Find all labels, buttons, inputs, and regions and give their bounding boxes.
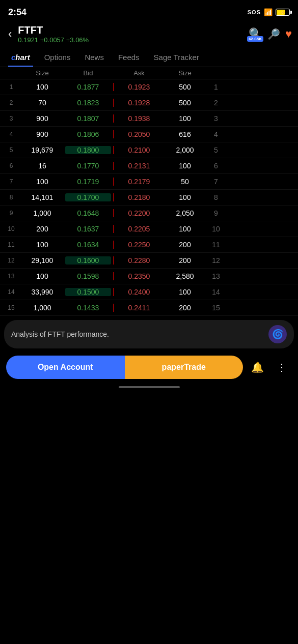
lightning-icon: ⚡: [280, 10, 286, 15]
table-row[interactable]: 9 1,000 0.1648 0.2200 2,050 9: [0, 206, 298, 221]
row-number-left: 12: [3, 257, 19, 264]
table-row[interactable]: 12 29,100 0.1600 0.2280 200 12: [0, 253, 298, 269]
back-button[interactable]: ‹: [6, 25, 14, 43]
tab-sage-tracker[interactable]: Sage Tracker: [147, 48, 206, 67]
ticker-price: 0.1921 +0.0057 +3.06%: [18, 36, 245, 44]
row-number-right: 2: [208, 99, 224, 107]
header-icons: 🔍 62.65K 🔎 ♥: [249, 27, 292, 41]
ask-price: 0.2350: [116, 272, 162, 280]
tab-options[interactable]: Options: [37, 48, 78, 67]
table-row[interactable]: 5 19,679 0.1800 0.2100 2,000 5: [0, 142, 298, 158]
ask-size: 2,580: [162, 272, 208, 280]
row-number-left: 7: [3, 178, 19, 185]
table-row[interactable]: 3 900 0.1807 0.1938 100 3: [0, 111, 298, 127]
magnify-icon[interactable]: 🔎: [267, 28, 280, 40]
center-divider: [113, 304, 114, 312]
home-indicator: [0, 383, 298, 393]
ticker-info: FTFT 0.1921 +0.0057 +3.06%: [18, 24, 245, 44]
bid-price: 0.1800: [65, 146, 111, 154]
analysis-bar: Analysis of FTFT performance. 🌀: [4, 320, 294, 348]
bid-size: 70: [19, 99, 65, 107]
col-size-right: Size: [162, 69, 208, 77]
status-icons: SOS 📶 ⚡: [248, 8, 290, 16]
table-row[interactable]: 11 100 0.1634 0.2250 200 11: [0, 237, 298, 253]
row-number-left: 10: [3, 225, 19, 232]
center-divider: [113, 146, 114, 154]
notification-button[interactable]: 🔔: [247, 357, 267, 377]
more-options-button[interactable]: ⋮: [272, 357, 292, 377]
col-bid: Bid: [65, 69, 111, 77]
row-number-left: 15: [3, 304, 19, 311]
table-row[interactable]: 1 100 0.1877 0.1923 500 1: [0, 79, 298, 95]
open-account-button[interactable]: Open Account: [6, 356, 125, 379]
row-number-left: 11: [3, 241, 19, 248]
bid-price: 0.1877: [65, 83, 111, 91]
row-number-left: 2: [3, 99, 19, 106]
col-ask: Ask: [116, 69, 162, 77]
ask-price: 0.2411: [116, 304, 162, 312]
center-divider: [113, 99, 114, 107]
col-size-left: Size: [19, 69, 65, 77]
search-with-badge[interactable]: 🔍 62.65K: [249, 27, 262, 41]
tab-feeds[interactable]: Feeds: [111, 48, 147, 67]
order-book-rows: 1 100 0.1877 0.1923 500 1 2 70 0.1823 0.…: [0, 79, 298, 316]
bid-size: 900: [19, 130, 65, 138]
ask-size: 200: [162, 256, 208, 265]
table-row[interactable]: 8 14,101 0.1700 0.2180 100 8: [0, 190, 298, 206]
ask-size: 100: [162, 114, 208, 123]
ask-price: 0.1928: [116, 99, 162, 107]
row-number-left: 3: [3, 115, 19, 122]
nav-tabs: chart Options News Feeds Sage Tracker: [0, 48, 298, 67]
table-row[interactable]: 4 900 0.1806 0.2050 616 4: [0, 127, 298, 142]
row-number-right: 14: [208, 288, 224, 296]
ask-size: 616: [162, 130, 208, 138]
bid-price: 0.1719: [65, 178, 111, 186]
row-number-right: 4: [208, 130, 224, 138]
paper-trade-button[interactable]: paperTrade: [125, 356, 243, 379]
center-divider: [113, 162, 114, 170]
bid-size: 1,000: [19, 209, 65, 217]
table-row[interactable]: 14 33,990 0.1500 0.2400 100 14: [0, 284, 298, 300]
row-number-left: 1: [3, 83, 19, 91]
row-number-right: 12: [208, 256, 224, 265]
ask-price: 0.2100: [116, 146, 162, 154]
bid-size: 100: [19, 241, 65, 249]
ask-price: 0.2180: [116, 193, 162, 201]
center-divider: [113, 288, 114, 296]
row-number-right: 5: [208, 146, 224, 154]
wifi-icon: 📶: [264, 8, 273, 16]
ask-size: 100: [162, 288, 208, 296]
bid-price: 0.1598: [65, 272, 111, 280]
table-row[interactable]: 6 16 0.1770 0.2131 100 6: [0, 158, 298, 174]
row-number-right: 15: [208, 304, 224, 312]
account-trade-buttons: Open Account paperTrade: [6, 356, 243, 379]
table-row[interactable]: 2 70 0.1823 0.1928 500 2: [0, 95, 298, 111]
tab-chart[interactable]: chart: [4, 48, 37, 67]
row-number-left: 4: [3, 131, 19, 138]
tab-news[interactable]: News: [77, 48, 111, 67]
ask-size: 200: [162, 241, 208, 249]
table-row[interactable]: 13 100 0.1598 0.2350 2,580 13: [0, 269, 298, 284]
ask-price: 0.2179: [116, 178, 162, 186]
analysis-text: Analysis of FTFT performance.: [11, 330, 264, 338]
table-row[interactable]: 7 100 0.1719 0.2179 50 7: [0, 174, 298, 190]
bid-size: 200: [19, 225, 65, 233]
ai-button[interactable]: 🌀: [268, 325, 287, 343]
bell-icon: 🔔: [251, 361, 264, 373]
center-divider: [113, 178, 114, 186]
ai-icon: 🌀: [272, 329, 283, 340]
center-divider: [113, 272, 114, 280]
ask-size: 200: [162, 304, 208, 312]
bid-price: 0.1806: [65, 130, 111, 138]
table-row[interactable]: 15 1,000 0.1433 0.2411 200 15: [0, 300, 298, 316]
bid-size: 33,990: [19, 288, 65, 296]
center-divider: [113, 193, 114, 201]
bid-price: 0.1807: [65, 114, 111, 123]
ask-price: 0.2050: [116, 130, 162, 138]
row-number-right: 3: [208, 114, 224, 123]
favorite-icon[interactable]: ♥: [285, 27, 292, 41]
table-row[interactable]: 10 200 0.1637 0.2205 100 10: [0, 221, 298, 237]
status-time: 2:54: [8, 7, 26, 18]
order-book-header: Size Bid Ask Size: [0, 67, 298, 79]
ask-price: 0.2200: [116, 209, 162, 217]
